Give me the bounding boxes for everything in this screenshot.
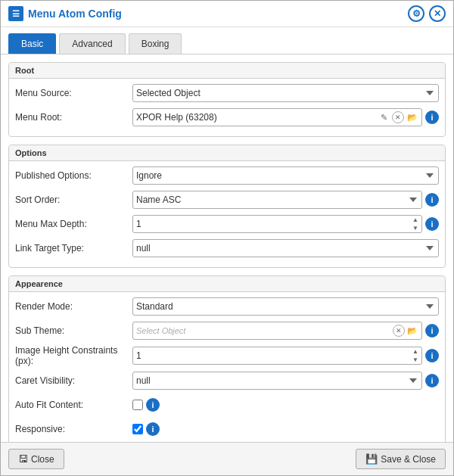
settings-button[interactable]: ⚙ <box>408 5 424 22</box>
info-sort-order-button[interactable]: i <box>425 193 439 207</box>
responsive-checkbox-wrap: i <box>132 422 160 436</box>
info-sub-theme-button[interactable]: i <box>425 324 439 338</box>
select-published-options[interactable]: Ignore <box>132 166 439 185</box>
clear-menu-root-button[interactable]: ✕ <box>392 111 404 123</box>
section-options-title: Options <box>9 145 445 161</box>
ctrl-auto-fit-content: i <box>132 398 439 412</box>
spinner-menu-max-depth[interactable]: 1 ▲ ▼ <box>132 215 422 233</box>
save-close-button[interactable]: 💾 Save & Close <box>356 449 446 469</box>
label-render-mode: Render Mode: <box>15 301 132 312</box>
input-menu-root[interactable]: XPOR Help (63208) ✎ ✕ 📂 <box>132 108 422 126</box>
titlebar: ☰ Menu Atom Config ⚙ ✕ <box>1 1 453 27</box>
save-button-icon: 💾 <box>365 453 378 465</box>
tab-boxing[interactable]: Boxing <box>129 33 182 54</box>
image-height-arrows: ▲ ▼ <box>412 347 418 364</box>
label-image-height-constraints: Image Height Constraints (px): <box>15 345 132 366</box>
section-options: Options Published Options: Ignore Sort O… <box>8 145 446 268</box>
tab-advanced[interactable]: Advanced <box>59 33 125 54</box>
select-render-mode[interactable]: Standard <box>132 297 439 316</box>
row-link-target-type: Link Target Type: null <box>15 238 439 258</box>
footer: 🖫 Close 💾 Save & Close <box>1 442 453 475</box>
section-options-body: Published Options: Ignore Sort Order: Na… <box>9 161 445 267</box>
tab-bar: Basic Advanced Boxing <box>1 27 453 54</box>
ctrl-published-options: Ignore <box>132 166 439 185</box>
ctrl-sub-theme: Select Object ✕ 📂 i <box>132 322 439 340</box>
ctrl-link-target-type: null <box>132 239 439 257</box>
window-close-button[interactable]: ✕ <box>429 5 446 22</box>
section-appearance-body: Render Mode: Standard Sub Theme: Select … <box>9 292 445 442</box>
ctrl-menu-max-depth: 1 ▲ ▼ i <box>132 215 439 233</box>
label-menu-source: Menu Source: <box>15 88 132 98</box>
input-sub-theme[interactable]: Select Object ✕ 📂 <box>132 322 422 340</box>
row-render-mode: Render Mode: Standard <box>15 297 439 316</box>
select-link-target-type[interactable]: null <box>132 239 439 257</box>
browse-sub-theme-button[interactable]: 📂 <box>406 325 418 337</box>
row-menu-source: Menu Source: Selected Object <box>15 83 439 103</box>
label-sort-order: Sort Order: <box>15 194 132 205</box>
info-auto-fit-button[interactable]: i <box>146 398 160 412</box>
checkbox-responsive[interactable] <box>132 424 143 434</box>
ctrl-caret-visibility: null i <box>132 372 439 390</box>
label-published-options: Published Options: <box>15 170 132 181</box>
close-button-icon: 🖫 <box>18 453 28 465</box>
ctrl-menu-root: XPOR Help (63208) ✎ ✕ 📂 i <box>132 108 439 126</box>
info-menu-root-button[interactable]: i <box>425 110 439 124</box>
label-menu-max-depth: Menu Max Depth: <box>15 219 132 229</box>
spinner-image-height[interactable]: 1 ▲ ▼ <box>132 347 422 365</box>
label-sub-theme: Sub Theme: <box>15 325 132 336</box>
tab-basic[interactable]: Basic <box>8 33 56 54</box>
sub-theme-actions: ✕ 📂 <box>393 325 418 337</box>
image-height-up[interactable]: ▲ <box>412 347 418 356</box>
sub-theme-placeholder: Select Object <box>136 326 185 335</box>
select-caret-visibility[interactable]: null <box>132 372 422 390</box>
close-button-label: Close <box>31 454 54 465</box>
section-root-title: Root <box>9 63 445 79</box>
checkbox-auto-fit-content[interactable] <box>132 400 143 410</box>
section-root: Root Menu Source: Selected Object Menu R… <box>8 62 446 137</box>
clear-sub-theme-button[interactable]: ✕ <box>393 325 405 337</box>
ctrl-sort-order: Name ASC i <box>132 191 439 209</box>
row-sort-order: Sort Order: Name ASC i <box>15 190 439 210</box>
row-sub-theme: Sub Theme: Select Object ✕ 📂 i <box>15 321 439 341</box>
settings-icon: ⚙ <box>412 8 421 19</box>
titlebar-left: ☰ Menu Atom Config <box>8 6 122 21</box>
menu-root-actions: ✎ ✕ 📂 <box>378 111 418 123</box>
section-root-body: Menu Source: Selected Object Menu Root: … <box>9 79 445 136</box>
info-responsive-button[interactable]: i <box>146 422 160 436</box>
select-menu-source[interactable]: Selected Object <box>132 84 439 102</box>
label-caret-visibility: Caret Visibility: <box>15 375 132 386</box>
main-content: Root Menu Source: Selected Object Menu R… <box>1 54 453 442</box>
select-sort-order[interactable]: Name ASC <box>132 191 422 209</box>
window-close-icon: ✕ <box>434 8 441 19</box>
ctrl-responsive: i <box>132 422 439 436</box>
row-menu-max-depth: Menu Max Depth: 1 ▲ ▼ i <box>15 214 439 234</box>
ctrl-menu-source: Selected Object <box>132 84 439 102</box>
menu-max-depth-value: 1 <box>136 219 141 229</box>
close-button[interactable]: 🖫 Close <box>8 449 64 469</box>
section-appearance: Appearence Render Mode: Standard Sub The… <box>8 275 446 442</box>
row-responsive: Responsive: i <box>15 419 439 439</box>
label-menu-root: Menu Root: <box>15 112 132 123</box>
info-caret-visibility-button[interactable]: i <box>425 374 439 387</box>
ctrl-render-mode: Standard <box>132 297 439 316</box>
menu-root-value: XPOR Help (63208) <box>136 112 378 123</box>
browse-menu-root-button[interactable]: 📂 <box>406 111 418 123</box>
window-icon: ☰ <box>8 6 23 21</box>
label-responsive: Responsive: <box>15 424 132 434</box>
window-title: Menu Atom Config <box>28 8 122 20</box>
auto-fit-checkbox-wrap: i <box>132 398 160 412</box>
ctrl-image-height-constraints: 1 ▲ ▼ i <box>132 347 439 365</box>
info-image-height-button[interactable]: i <box>425 349 439 362</box>
edit-menu-root-button[interactable]: ✎ <box>378 111 390 123</box>
row-auto-fit-content: Auto Fit Content: i <box>15 395 439 415</box>
menu-max-depth-up[interactable]: ▲ <box>412 216 418 224</box>
titlebar-controls: ⚙ ✕ <box>408 5 446 22</box>
row-image-height-constraints: Image Height Constraints (px): 1 ▲ ▼ i <box>15 345 439 366</box>
menu-max-depth-down[interactable]: ▼ <box>412 224 418 232</box>
info-menu-max-depth-button[interactable]: i <box>425 217 439 231</box>
label-link-target-type: Link Target Type: <box>15 243 132 254</box>
image-height-down[interactable]: ▼ <box>412 356 418 364</box>
label-auto-fit-content: Auto Fit Content: <box>15 400 132 410</box>
save-button-label: Save & Close <box>381 454 436 465</box>
row-menu-root: Menu Root: XPOR Help (63208) ✎ ✕ 📂 i <box>15 107 439 127</box>
